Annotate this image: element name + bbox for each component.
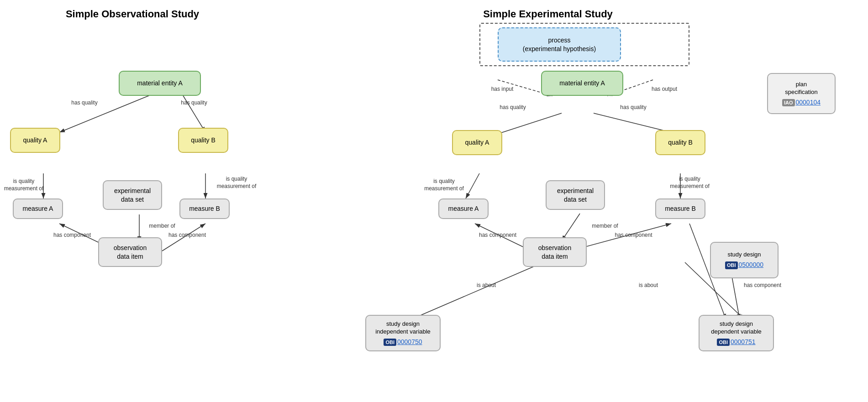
svg-line-19 [411,262,543,319]
left-measure-a: measure A [13,198,63,219]
obi-id-dep[interactable]: 0000751 [731,338,756,345]
svg-line-12 [495,113,562,135]
left-quality-b: quality B [178,128,228,153]
right-exp-data-set: experimental data set [546,180,605,210]
right-study-design-dep: study design dependent variable OBI00007… [699,315,774,351]
left-material-entity-a: material entity A [119,71,201,96]
left-has-component-left-label: has component [49,232,95,239]
left-has-quality-right-label: has quality [174,99,215,107]
left-member-of-label: member of [144,223,180,230]
left-obs-data-item: observation data item [98,237,162,267]
diagram-container: Simple Observational Study material enti… [0,0,868,402]
right-study-design-indep: study design independent variable OBI000… [365,315,441,351]
right-quality-a: quality A [452,130,502,155]
right-is-about-dep-label: is about [632,282,664,289]
obi-badge-dep: OBI [717,339,730,346]
right-is-about-indep-label: is about [470,282,502,289]
right-quality-b: quality B [655,130,705,155]
svg-line-16 [562,214,580,241]
left-measure-b: measure B [179,198,230,219]
right-has-component-left-label: has component [475,232,521,239]
right-has-input-label: has input [484,86,521,93]
right-material-entity-a: material entity A [541,71,623,96]
right-is-quality-meas-a-label: is quality measurement of [420,178,468,192]
right-is-quality-meas-b-label: is quality measurement of [666,176,714,190]
left-quality-a: quality A [10,128,60,153]
right-member-of-label: member of [587,223,623,230]
right-measure-b: measure B [655,198,705,219]
right-has-quality-right-label: has quality [613,104,654,111]
right-process-dashed-outer [479,23,689,66]
obi-badge-study: OBI [725,261,738,269]
right-has-output-label: has output [646,86,683,93]
iao-id[interactable]: 0000104 [796,99,821,106]
left-is-quality-meas-b-label: is quality measurement of [214,176,259,190]
left-has-component-right-label: has component [164,232,210,239]
obi-badge-indep: OBI [384,339,396,346]
left-exp-data-set: experimental data set [103,180,162,210]
iao-badge: IAO [782,99,795,106]
left-is-quality-meas-a-label: is quality measurement of [1,178,47,192]
right-title: Simple Experimental Study [411,8,685,20]
left-has-quality-left-label: has quality [64,99,105,107]
right-has-component-study-dep-label: has component [740,282,785,289]
left-title: Simple Observational Study [23,8,242,20]
right-study-design: study design OBI0500000 [710,242,779,278]
right-has-component-right-label: has component [610,232,658,239]
obi-id-study[interactable]: 0500000 [739,261,764,268]
right-has-quality-left-label: has quality [492,104,533,111]
obi-id-indep[interactable]: 0000750 [397,338,422,345]
right-obs-data-item: observation data item [523,237,587,267]
right-measure-a: measure A [438,198,489,219]
right-plan-spec: plan specification IAO0000104 [767,73,836,114]
